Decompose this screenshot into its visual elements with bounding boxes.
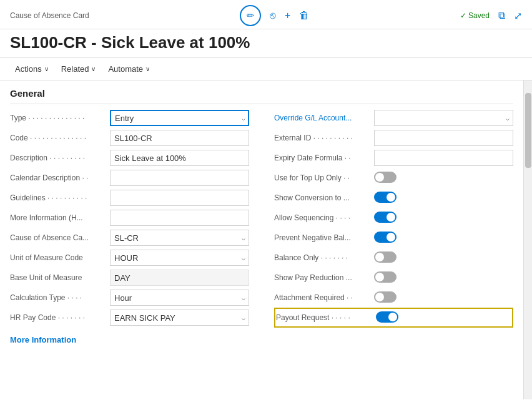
related-menu[interactable]: Related ∨ xyxy=(56,62,101,76)
description-label: Description · · · · · · · · · xyxy=(10,154,110,162)
attachment-req-row: Attachment Required · · xyxy=(274,288,513,308)
allow-seq-toggle[interactable] xyxy=(374,212,397,223)
external-link-button[interactable]: ⧉ xyxy=(498,10,505,21)
more-info-header[interactable]: More Information xyxy=(10,333,513,347)
top-bar: Cause of Absence Card ✏ ⎋ + 🗑 ✓ Saved ⧉ … xyxy=(0,0,532,29)
right-column: Override G/L Account... ⌵ External ID · … xyxy=(262,108,513,328)
allow-seq-toggle-wrap[interactable] xyxy=(374,212,513,225)
section-general: General xyxy=(10,80,513,104)
top-up-label: Use for Top Up Only · · xyxy=(274,173,374,182)
breadcrumb: Cause of Absence Card xyxy=(10,11,89,20)
main-content: General Type · · · · · · · · · · · · · ·… xyxy=(0,80,532,399)
share-button[interactable]: ⎋ xyxy=(270,10,276,21)
expiry-date-field[interactable] xyxy=(374,150,513,166)
guidelines-row: Guidelines · · · · · · · · · · xyxy=(10,188,249,208)
unit-measure-row: Unit of Measure Code HOUR ⌵ xyxy=(10,248,249,268)
allow-seq-label: Allow Sequencing · · · · xyxy=(274,213,374,222)
calc-type-select[interactable]: Hour xyxy=(110,290,249,306)
hr-pay-code-field[interactable]: EARN SICK PAY ⌵ xyxy=(110,310,249,326)
calendar-desc-input[interactable] xyxy=(110,170,249,186)
show-conversion-label: Show Conversion to ... xyxy=(274,193,374,202)
cause-absence-row: Cause of Absence Ca... SL-CR ⌵ xyxy=(10,228,249,248)
balance-only-toggle[interactable] xyxy=(374,251,397,263)
payout-request-row: Payout Request · · · · · xyxy=(274,308,513,328)
prevent-neg-label: Prevent Negative Bal... xyxy=(274,233,374,242)
expiry-date-row: Expiry Date Formula · · xyxy=(274,148,513,168)
guidelines-field[interactable] xyxy=(110,190,249,206)
actions-menu[interactable]: Actions ∨ xyxy=(10,62,54,76)
attachment-req-toggle-wrap[interactable] xyxy=(374,291,513,305)
prevent-neg-toggle-wrap[interactable] xyxy=(374,232,513,245)
base-unit-input xyxy=(110,270,249,286)
code-row: Code · · · · · · · · · · · · · · xyxy=(10,128,249,148)
page-title: SL100-CR - Sick Leave at 100% xyxy=(0,29,532,58)
hr-pay-code-select[interactable]: EARN SICK PAY xyxy=(110,310,249,326)
add-button[interactable]: + xyxy=(285,10,290,21)
code-field[interactable] xyxy=(110,130,249,146)
base-unit-row: Base Unit of Measure xyxy=(10,268,249,288)
guidelines-label: Guidelines · · · · · · · · · · xyxy=(10,193,110,202)
description-field[interactable] xyxy=(110,150,249,166)
override-gl-row: Override G/L Account... ⌵ xyxy=(274,108,513,128)
attachment-req-toggle[interactable] xyxy=(374,291,397,303)
top-up-toggle[interactable] xyxy=(374,172,397,183)
saved-status: ✓ Saved xyxy=(460,11,490,20)
override-gl-field[interactable]: ⌵ xyxy=(374,110,513,126)
balance-only-toggle-wrap[interactable] xyxy=(374,251,513,265)
show-conversion-toggle[interactable] xyxy=(374,192,397,203)
form-area: General Type · · · · · · · · · · · · · ·… xyxy=(0,80,523,399)
unit-measure-select[interactable]: HOUR xyxy=(110,250,249,266)
expiry-date-label: Expiry Date Formula · · xyxy=(274,154,374,162)
edit-button[interactable]: ✏ xyxy=(240,5,261,26)
delete-button[interactable]: 🗑 xyxy=(299,10,309,21)
show-conversion-toggle-wrap[interactable] xyxy=(374,192,513,205)
top-up-toggle-wrap[interactable] xyxy=(374,172,513,185)
description-input[interactable] xyxy=(110,150,249,166)
base-unit-field xyxy=(110,270,249,286)
external-id-field[interactable] xyxy=(374,130,513,146)
expand-button[interactable]: ⤢ xyxy=(514,10,522,22)
type-label: Type · · · · · · · · · · · · · · xyxy=(10,114,110,122)
prevent-neg-toggle[interactable] xyxy=(374,232,397,243)
automate-chevron-icon: ∨ xyxy=(145,66,150,72)
left-column: Type · · · · · · · · · · · · · · Entry ⌵… xyxy=(10,108,262,328)
calc-type-label: Calculation Type · · · · xyxy=(10,293,110,302)
cause-absence-select[interactable]: SL-CR xyxy=(110,230,249,246)
external-id-label: External ID · · · · · · · · · · xyxy=(274,134,374,142)
related-chevron-icon: ∨ xyxy=(91,66,96,72)
prevent-neg-row: Prevent Negative Bal... xyxy=(274,228,513,248)
scrollbar-thumb[interactable] xyxy=(525,93,531,168)
expiry-date-input[interactable] xyxy=(374,150,513,166)
payout-request-toggle-wrap[interactable] xyxy=(376,311,511,324)
automate-menu[interactable]: Automate ∨ xyxy=(103,62,155,76)
pay-reduction-row: Show Pay Reduction ... xyxy=(274,268,513,288)
form-grid: Type · · · · · · · · · · · · · · Entry ⌵… xyxy=(10,108,513,328)
guidelines-input[interactable] xyxy=(110,190,249,206)
code-input[interactable] xyxy=(110,130,249,146)
calendar-desc-field[interactable] xyxy=(110,170,249,186)
base-unit-label: Base Unit of Measure xyxy=(10,273,110,282)
override-gl-select[interactable] xyxy=(374,110,513,126)
balance-only-row: Balance Only · · · · · · · xyxy=(274,248,513,268)
show-conversion-row: Show Conversion to ... xyxy=(274,188,513,208)
code-label: Code · · · · · · · · · · · · · · xyxy=(10,134,110,142)
pay-reduction-toggle-wrap[interactable] xyxy=(374,271,513,285)
calc-type-field[interactable]: Hour ⌵ xyxy=(110,290,249,306)
unit-measure-field[interactable]: HOUR ⌵ xyxy=(110,250,249,266)
more-info-h-field[interactable] xyxy=(110,210,249,226)
payout-request-toggle[interactable] xyxy=(376,311,398,323)
cause-absence-field[interactable]: SL-CR ⌵ xyxy=(110,230,249,246)
attachment-req-label: Attachment Required · · xyxy=(274,293,374,302)
more-info-section: More Information xyxy=(10,333,513,347)
pay-reduction-toggle[interactable] xyxy=(374,271,397,283)
scrollbar[interactable] xyxy=(523,80,532,399)
external-id-input[interactable] xyxy=(374,130,513,146)
balance-only-label: Balance Only · · · · · · · xyxy=(274,253,374,262)
top-bar-right: ✓ Saved ⧉ ⤢ xyxy=(460,10,522,22)
more-info-h-input[interactable] xyxy=(110,210,249,226)
override-gl-label[interactable]: Override G/L Account... xyxy=(274,114,374,122)
top-up-row: Use for Top Up Only · · xyxy=(274,168,513,188)
type-field[interactable]: Entry ⌵ xyxy=(110,110,249,126)
calendar-desc-row: Calendar Description · · xyxy=(10,168,249,188)
type-select[interactable]: Entry xyxy=(110,110,249,126)
